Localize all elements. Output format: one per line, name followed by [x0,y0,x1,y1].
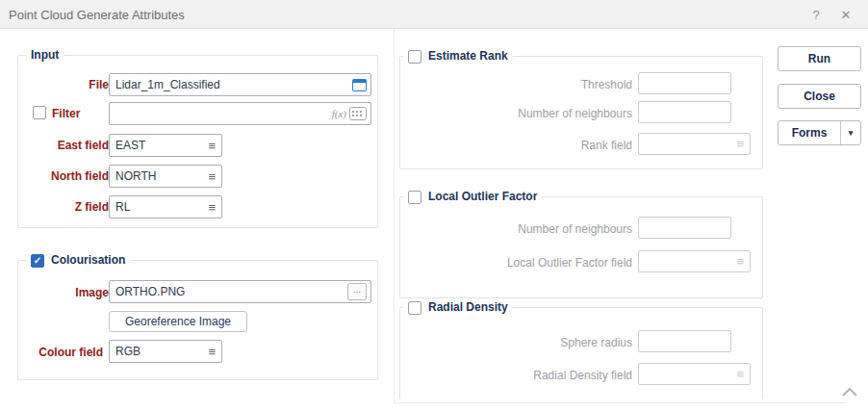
lof-field-input [643,255,731,269]
z-input[interactable] [114,200,203,214]
image-browse-button[interactable]: ... [347,283,367,300]
collapse-chevron-up-icon[interactable] [841,386,858,399]
rank-neighbours-input [643,106,727,119]
lof-neighbours-field [638,217,731,239]
close-button-label: Close [804,90,835,103]
colour-field-label: Colour field [18,346,103,359]
rank-neighbours-field [638,101,731,123]
colourisation-group-title: Colourisation [51,253,125,268]
z-field-chooser-icon[interactable]: ≡ [206,201,217,214]
help-icon[interactable]: ? [802,0,830,29]
file-input[interactable] [114,78,349,91]
titlebar: Point Cloud Generate Attributes ? ✕ [0,0,868,29]
radial-density-legend: Radial Density [403,300,513,315]
run-button-label: Run [808,52,830,65]
radial-density-checkbox[interactable] [408,301,421,315]
filter-label: Filter [52,107,80,120]
rank-field-chooser-icon: ≡ [734,138,746,150]
radial-density-field: ≡ [638,363,751,385]
threshold-input [643,77,727,90]
lof-field-label: Local Outlier Factor field [415,256,632,270]
image-label: Image [28,286,109,299]
image-input[interactable] [114,285,345,298]
radial-density-field-chooser-icon: ≡ [734,368,746,380]
forms-button[interactable]: Forms ▾ [778,120,861,145]
point-cloud-generate-attributes-dialog: Point Cloud Generate Attributes ? ✕ Inpu… [0,0,868,412]
file-browse-icon[interactable] [352,79,367,91]
local-outlier-factor-group: Local Outlier Factor Number of neighbour… [399,196,763,298]
lof-field: ≡ [638,250,751,272]
local-outlier-factor-legend: Local Outlier Factor [403,190,542,204]
image-field[interactable]: ... [109,280,371,303]
lof-neighbours-label: Number of neighbours [415,222,632,236]
sphere-radius-field [638,330,731,352]
radial-density-field-input [643,368,731,381]
filter-input[interactable] [114,107,329,120]
north-field-label: North field [28,169,109,183]
rank-neighbours-label: Number of neighbours [415,107,632,120]
close-icon[interactable]: ✕ [831,0,860,29]
z-field[interactable]: ≡ [109,195,222,219]
estimate-rank-group: Estimate Rank Threshold Number of neighb… [399,56,763,169]
local-outlier-factor-title: Local Outlier Factor [428,190,537,204]
forms-dropdown-arrow-icon[interactable]: ▾ [840,121,860,144]
input-group-title: Input [31,48,59,63]
z-field-label: Z field [28,200,109,214]
filter-checkbox[interactable] [33,106,46,119]
lof-field-chooser-icon: ≡ [734,255,746,268]
file-label: File [28,78,109,91]
file-field[interactable] [109,73,371,96]
local-outlier-factor-checkbox[interactable] [408,191,421,204]
rank-field-input [643,138,731,151]
function-icon[interactable]: f(x) [332,108,346,119]
forms-button-label: Forms [779,126,840,140]
radial-density-field-label: Radial Density field [415,369,632,382]
north-field[interactable]: ≡ [109,165,222,188]
rank-field-label: Rank field [415,139,632,152]
threshold-field [638,72,731,94]
colour-field-chooser-icon[interactable]: ≡ [206,346,217,358]
run-button[interactable]: Run [778,46,861,71]
radial-density-title: Radial Density [428,300,508,315]
sphere-radius-input [643,335,727,348]
threshold-label: Threshold [415,78,632,91]
east-input[interactable] [114,139,203,152]
georeference-image-button[interactable]: Georeference Image [109,311,247,332]
colourisation-group: Colourisation Image ... Georeference Ima… [17,260,378,380]
east-field[interactable]: ≡ [109,134,222,157]
colourisation-checkbox[interactable] [31,254,44,268]
lof-neighbours-input [643,221,727,235]
dialog-title: Point Cloud Generate Attributes [9,8,185,22]
input-group-legend: Input [26,48,64,63]
input-group: Input File Filter f(x) East field ≡ N [17,55,378,228]
grid-picker-icon[interactable] [349,107,367,120]
colourisation-group-legend: Colourisation [26,253,130,268]
estimate-rank-title: Estimate Rank [428,49,508,64]
colour-input[interactable] [114,345,203,358]
east-field-chooser-icon[interactable]: ≡ [206,140,217,152]
sphere-radius-label: Sphere radius [415,336,632,349]
filter-field[interactable]: f(x) [109,102,371,125]
estimate-rank-legend: Estimate Rank [403,49,513,64]
colour-field[interactable]: ≡ [109,340,222,363]
north-input[interactable] [114,169,203,183]
north-field-chooser-icon[interactable]: ≡ [206,170,217,183]
estimate-rank-checkbox[interactable] [408,50,421,64]
radial-density-group: Radial Density Sphere radius Radial Dens… [399,307,763,399]
rank-field: ≡ [638,133,751,155]
close-button[interactable]: Close [778,84,861,109]
east-field-label: East field [28,139,109,152]
georeference-image-button-label: Georeference Image [125,315,231,328]
